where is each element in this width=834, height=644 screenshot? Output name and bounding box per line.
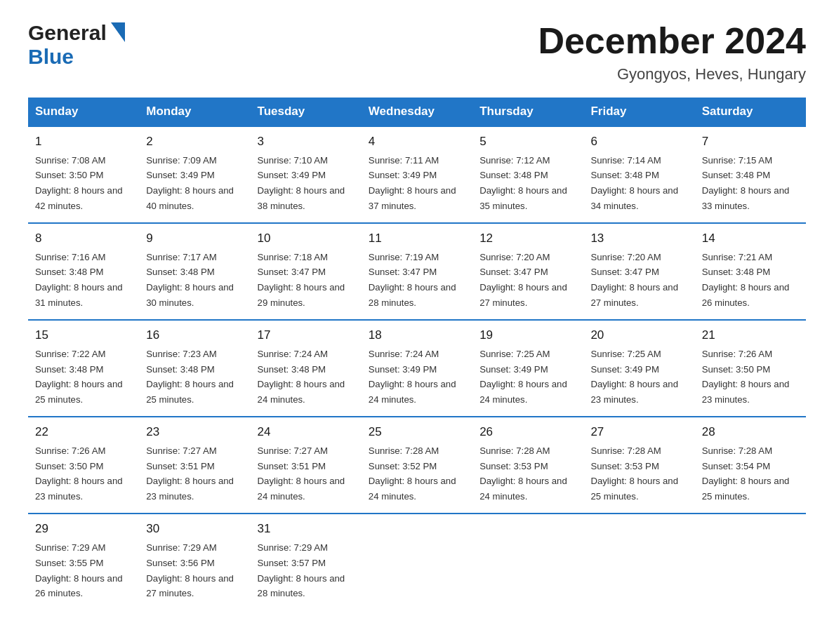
day-number: 31 (258, 520, 355, 538)
day-info: Sunrise: 7:17 AMSunset: 3:48 PMDaylight:… (146, 252, 234, 309)
day-info: Sunrise: 7:10 AMSunset: 3:49 PMDaylight:… (258, 155, 345, 212)
day-number: 26 (479, 423, 576, 441)
day-number: 13 (590, 229, 687, 248)
table-row: 17 Sunrise: 7:24 AMSunset: 3:48 PMDaylig… (251, 320, 362, 417)
calendar-week-row: 8 Sunrise: 7:16 AMSunset: 3:48 PMDayligh… (28, 223, 806, 320)
day-number: 27 (590, 423, 687, 441)
table-row: 6 Sunrise: 7:14 AMSunset: 3:48 PMDayligh… (583, 126, 694, 223)
calendar-header-row: Sunday Monday Tuesday Wednesday Thursday… (28, 98, 806, 126)
table-row: 28 Sunrise: 7:28 AMSunset: 3:54 PMDaylig… (695, 417, 806, 514)
table-row: 31 Sunrise: 7:29 AMSunset: 3:57 PMDaylig… (251, 514, 362, 610)
table-row: 10 Sunrise: 7:18 AMSunset: 3:47 PMDaylig… (251, 223, 362, 320)
day-number: 7 (702, 133, 799, 151)
day-number: 9 (146, 229, 243, 248)
col-thursday: Thursday (472, 98, 583, 126)
day-info: Sunrise: 7:29 AMSunset: 3:56 PMDaylight:… (146, 542, 234, 599)
table-row: 24 Sunrise: 7:27 AMSunset: 3:51 PMDaylig… (251, 417, 362, 514)
table-row: 20 Sunrise: 7:25 AMSunset: 3:49 PMDaylig… (583, 320, 694, 417)
day-info: Sunrise: 7:20 AMSunset: 3:47 PMDaylight:… (590, 252, 678, 309)
logo-blue: Blue (28, 45, 74, 69)
day-number: 30 (146, 520, 243, 538)
day-number: 12 (479, 229, 576, 248)
day-number: 25 (369, 423, 465, 441)
day-number: 18 (369, 326, 465, 344)
table-row: 14 Sunrise: 7:21 AMSunset: 3:48 PMDaylig… (695, 223, 806, 320)
day-info: Sunrise: 7:16 AMSunset: 3:48 PMDaylight:… (35, 252, 123, 309)
table-row: 13 Sunrise: 7:20 AMSunset: 3:47 PMDaylig… (583, 223, 694, 320)
day-number: 20 (590, 326, 687, 344)
day-info: Sunrise: 7:11 AMSunset: 3:49 PMDaylight:… (369, 155, 456, 212)
table-row: 5 Sunrise: 7:12 AMSunset: 3:48 PMDayligh… (472, 126, 583, 223)
table-row: 30 Sunrise: 7:29 AMSunset: 3:56 PMDaylig… (139, 514, 250, 610)
day-number: 8 (35, 229, 132, 248)
day-info: Sunrise: 7:26 AMSunset: 3:50 PMDaylight:… (702, 349, 790, 405)
table-row: 4 Sunrise: 7:11 AMSunset: 3:49 PMDayligh… (362, 126, 472, 223)
day-info: Sunrise: 7:27 AMSunset: 3:51 PMDaylight:… (146, 445, 234, 502)
day-number: 24 (258, 423, 355, 441)
col-saturday: Saturday (695, 98, 806, 126)
col-friday: Friday (583, 98, 694, 126)
day-info: Sunrise: 7:12 AMSunset: 3:48 PMDaylight:… (479, 155, 567, 212)
col-monday: Monday (139, 98, 250, 126)
calendar-week-row: 1 Sunrise: 7:08 AMSunset: 3:50 PMDayligh… (28, 126, 806, 223)
logo: General Blue (28, 21, 125, 69)
table-row: 29 Sunrise: 7:29 AMSunset: 3:55 PMDaylig… (28, 514, 139, 610)
table-row: 7 Sunrise: 7:15 AMSunset: 3:48 PMDayligh… (695, 126, 806, 223)
day-info: Sunrise: 7:09 AMSunset: 3:49 PMDaylight:… (146, 155, 234, 212)
table-row (583, 514, 694, 610)
table-row: 2 Sunrise: 7:09 AMSunset: 3:49 PMDayligh… (139, 126, 250, 223)
table-row (362, 514, 472, 610)
day-info: Sunrise: 7:21 AMSunset: 3:48 PMDaylight:… (702, 252, 790, 309)
day-number: 1 (35, 133, 132, 151)
day-number: 15 (35, 326, 132, 344)
table-row: 8 Sunrise: 7:16 AMSunset: 3:48 PMDayligh… (28, 223, 139, 320)
day-info: Sunrise: 7:08 AMSunset: 3:50 PMDaylight:… (35, 155, 123, 212)
day-number: 29 (35, 520, 132, 538)
day-number: 14 (702, 229, 799, 248)
day-info: Sunrise: 7:25 AMSunset: 3:49 PMDaylight:… (590, 349, 678, 405)
table-row: 25 Sunrise: 7:28 AMSunset: 3:52 PMDaylig… (362, 417, 472, 514)
col-sunday: Sunday (28, 98, 139, 126)
table-row: 11 Sunrise: 7:19 AMSunset: 3:47 PMDaylig… (362, 223, 472, 320)
day-info: Sunrise: 7:28 AMSunset: 3:53 PMDaylight:… (590, 445, 678, 502)
table-row (472, 514, 583, 610)
table-row: 23 Sunrise: 7:27 AMSunset: 3:51 PMDaylig… (139, 417, 250, 514)
day-number: 3 (258, 133, 355, 151)
day-number: 21 (702, 326, 799, 344)
day-number: 4 (369, 133, 465, 151)
day-info: Sunrise: 7:23 AMSunset: 3:48 PMDaylight:… (146, 349, 234, 405)
col-tuesday: Tuesday (251, 98, 362, 126)
day-info: Sunrise: 7:24 AMSunset: 3:48 PMDaylight:… (258, 349, 345, 405)
calendar-subtitle: Gyongyos, Heves, Hungary (538, 65, 806, 83)
day-info: Sunrise: 7:28 AMSunset: 3:52 PMDaylight:… (369, 445, 456, 502)
day-info: Sunrise: 7:25 AMSunset: 3:49 PMDaylight:… (479, 349, 567, 405)
day-info: Sunrise: 7:20 AMSunset: 3:47 PMDaylight:… (479, 252, 567, 309)
table-row: 15 Sunrise: 7:22 AMSunset: 3:48 PMDaylig… (28, 320, 139, 417)
table-row: 27 Sunrise: 7:28 AMSunset: 3:53 PMDaylig… (583, 417, 694, 514)
svg-marker-0 (111, 22, 125, 42)
day-info: Sunrise: 7:14 AMSunset: 3:48 PMDaylight:… (590, 155, 678, 212)
calendar-title: December 2024 (538, 21, 806, 61)
col-wednesday: Wednesday (362, 98, 472, 126)
day-info: Sunrise: 7:19 AMSunset: 3:47 PMDaylight:… (369, 252, 456, 309)
day-info: Sunrise: 7:24 AMSunset: 3:49 PMDaylight:… (369, 349, 456, 405)
table-row: 3 Sunrise: 7:10 AMSunset: 3:49 PMDayligh… (251, 126, 362, 223)
day-number: 16 (146, 326, 243, 344)
title-area: December 2024 Gyongyos, Heves, Hungary (538, 21, 806, 83)
day-number: 19 (479, 326, 576, 344)
table-row: 9 Sunrise: 7:17 AMSunset: 3:48 PMDayligh… (139, 223, 250, 320)
table-row (695, 514, 806, 610)
day-info: Sunrise: 7:28 AMSunset: 3:53 PMDaylight:… (479, 445, 567, 502)
day-info: Sunrise: 7:22 AMSunset: 3:48 PMDaylight:… (35, 349, 123, 405)
table-row: 26 Sunrise: 7:28 AMSunset: 3:53 PMDaylig… (472, 417, 583, 514)
table-row: 18 Sunrise: 7:24 AMSunset: 3:49 PMDaylig… (362, 320, 472, 417)
day-number: 23 (146, 423, 243, 441)
table-row: 16 Sunrise: 7:23 AMSunset: 3:48 PMDaylig… (139, 320, 250, 417)
calendar-week-row: 22 Sunrise: 7:26 AMSunset: 3:50 PMDaylig… (28, 417, 806, 514)
day-number: 28 (702, 423, 799, 441)
day-number: 10 (258, 229, 355, 248)
logo-chevron-icon (110, 22, 125, 45)
day-info: Sunrise: 7:29 AMSunset: 3:57 PMDaylight:… (258, 542, 345, 599)
day-number: 17 (258, 326, 355, 344)
day-info: Sunrise: 7:26 AMSunset: 3:50 PMDaylight:… (35, 445, 123, 502)
